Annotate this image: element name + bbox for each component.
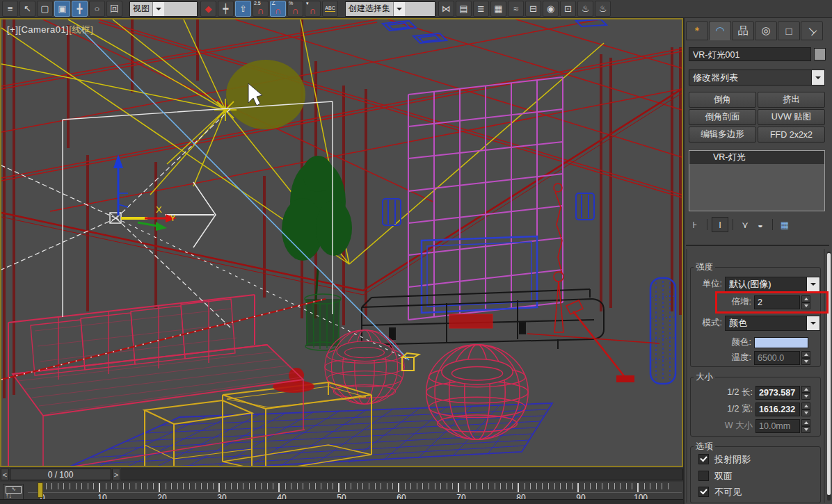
half-width-label: 1/2 宽:: [694, 403, 753, 415]
time-slider-track[interactable]: [121, 469, 683, 480]
wireframe-scene: X Y: [1, 19, 682, 466]
show-end-result-icon[interactable]: Ι: [712, 217, 728, 232]
next-frame-button[interactable]: >: [112, 469, 120, 480]
dropdown-arrow-icon[interactable]: [807, 316, 820, 331]
spinner-snap-icon[interactable]: ∩▾: [305, 1, 321, 17]
named-selection-set-dropdown[interactable]: 创建选择集: [345, 1, 435, 17]
double-sided-label: 双面: [714, 470, 733, 482]
viewport-label-shading[interactable]: [线框]: [69, 24, 93, 35]
pin-stack-icon[interactable]: ⊦: [687, 218, 703, 231]
modifier-list-value[interactable]: 修改器列表: [689, 70, 812, 86]
select-object-icon[interactable]: ↖: [19, 1, 35, 17]
render-production-icon[interactable]: ♨: [595, 1, 611, 17]
cast-shadows-checkbox[interactable]: [698, 454, 709, 464]
time-slider-handle[interactable]: 0 / 100: [10, 469, 111, 480]
remove-modifier-icon[interactable]: ◒: [753, 218, 768, 231]
camera-viewport[interactable]: [+][Camera01][线框]: [0, 18, 683, 467]
unit-label: 单位:: [694, 278, 722, 290]
select-and-move-icon[interactable]: ╋: [72, 1, 88, 17]
viewport-label-camera[interactable]: [+][Camera01]: [7, 24, 69, 35]
prev-frame-button[interactable]: <: [1, 469, 9, 480]
snap-toggle-icon[interactable]: ∩2.5: [253, 1, 269, 17]
rendered-frame-icon[interactable]: ♨: [577, 1, 593, 17]
select-and-rotate-icon[interactable]: ○: [89, 1, 105, 17]
ribbon-toggle-icon[interactable]: ▦: [490, 1, 506, 17]
object-name-field[interactable]: VR-灯光001: [689, 47, 811, 61]
tab-hierarchy[interactable]: 品: [732, 21, 754, 40]
use-pivot-center-icon[interactable]: ◆: [200, 1, 216, 17]
reference-coordinate-dropdown[interactable]: 视图: [129, 1, 198, 17]
unit-dropdown[interactable]: 默认(图像): [725, 277, 820, 292]
w-size-label: W 大小: [694, 420, 753, 432]
bevel-profile-button[interactable]: 倒角剖面: [689, 109, 756, 125]
select-and-scale-icon[interactable]: 回: [106, 1, 122, 17]
extrude-button[interactable]: 挤出: [758, 92, 825, 108]
tab-display[interactable]: □: [778, 21, 800, 40]
rectangular-selection-region-icon[interactable]: ▢: [37, 1, 53, 17]
material-editor-icon[interactable]: ◉: [543, 1, 559, 17]
multiplier-spinner[interactable]: [801, 295, 810, 309]
temperature-spinner[interactable]: [801, 351, 810, 365]
dropdown-arrow-icon[interactable]: [812, 70, 825, 86]
select-and-link-icon[interactable]: ≡: [2, 1, 18, 17]
object-name-row: VR-灯光001: [689, 47, 826, 61]
bevel-button[interactable]: 倒角: [689, 92, 756, 108]
panel-scrollbar[interactable]: [827, 252, 831, 501]
mirror-icon[interactable]: ⋈: [438, 1, 454, 17]
dropdown-arrow-icon[interactable]: [807, 277, 820, 292]
dropdown-arrow-icon[interactable]: [393, 2, 405, 16]
w-size-field[interactable]: 10.0mm: [755, 419, 800, 433]
tab-motion[interactable]: ◎: [755, 21, 777, 40]
current-frame-marker[interactable]: [38, 482, 43, 498]
select-and-manipulate-icon[interactable]: ┿: [218, 1, 234, 17]
temperature-field[interactable]: 6500.0: [754, 351, 800, 365]
mode-dropdown[interactable]: 颜色: [725, 316, 820, 331]
tab-motion-icon: ◎: [761, 24, 770, 37]
half-length-field[interactable]: 2973.587: [755, 386, 800, 400]
tab-utilities[interactable]: ⊤: [801, 21, 823, 40]
dropdown-arrow-icon[interactable]: [152, 2, 164, 16]
track-bar[interactable]: ∿ ↑↓ 0 10 20 30 40 50 60 70 80 90 100: [0, 482, 683, 504]
angle-snap-icon[interactable]: ∩∠: [270, 1, 286, 17]
object-color-swatch[interactable]: [814, 48, 826, 60]
layer-manager-icon[interactable]: ≣: [473, 1, 489, 17]
modifier-stack[interactable]: VR-灯光: [689, 150, 825, 211]
mode-value[interactable]: 颜色: [725, 316, 807, 331]
curve-editor-icon[interactable]: ≈: [508, 1, 524, 17]
make-unique-icon[interactable]: ⋎: [737, 218, 753, 231]
open-mini-curve-editor-button[interactable]: ∿ ↑↓: [3, 484, 24, 501]
half-length-spinner[interactable]: [801, 386, 810, 400]
window-crossing-icon[interactable]: ▣: [54, 1, 70, 17]
stack-item-vray-light[interactable]: VR-灯光: [689, 151, 824, 164]
invisible-checkbox[interactable]: [698, 487, 709, 497]
keyboard-override-icon[interactable]: ⇧: [235, 1, 251, 17]
multiplier-field[interactable]: 2: [754, 295, 800, 309]
schematic-view-icon[interactable]: ⊟: [525, 1, 541, 17]
viewport-label[interactable]: [+][Camera01][线框]: [7, 24, 93, 36]
scrollbar-thumb[interactable]: [827, 253, 831, 495]
w-size-spinner[interactable]: [801, 419, 810, 433]
edit-named-selection-sets-icon[interactable]: ABC: [322, 1, 338, 17]
double-sided-checkbox[interactable]: [698, 471, 709, 481]
unit-value[interactable]: 默认(图像): [725, 277, 807, 292]
intensity-title: 强度: [694, 261, 715, 273]
light-color-swatch[interactable]: [754, 337, 808, 348]
size-title: 大小: [694, 371, 715, 383]
mode-row: 模式: 颜色: [694, 316, 820, 330]
3dsmax-window: ≡↖▢▣╋○回视图◆┿⇧∩2.5∩∠∩%∩▾ABC创建选择集⋈▤≣▦≈⊟◉⊡♨♨…: [0, 0, 832, 504]
tab-create[interactable]: ＊: [686, 21, 708, 40]
tab-modify[interactable]: ◠: [709, 21, 731, 40]
gizmo-y-label: Y: [170, 213, 176, 223]
edit-poly-button[interactable]: 编辑多边形: [689, 127, 756, 143]
temperature-row: 温度: 6500.0: [694, 350, 810, 365]
configure-modifier-sets-icon[interactable]: ▦: [777, 218, 792, 231]
render-setup-icon[interactable]: ⊡: [560, 1, 576, 17]
percent-snap-icon[interactable]: ∩%: [287, 1, 303, 17]
half-width-spinner[interactable]: [801, 403, 810, 416]
modifier-list-dropdown[interactable]: 修改器列表: [689, 70, 825, 86]
half-width-field[interactable]: 1616.232: [755, 403, 800, 416]
ffd-2x2x2-button[interactable]: FFD 2x2x2: [758, 127, 825, 143]
half-length-row: 1/2 长: 2973.587: [694, 385, 810, 400]
align-icon[interactable]: ▤: [456, 1, 472, 17]
uvw-map-button[interactable]: UVW 贴图: [758, 109, 825, 125]
